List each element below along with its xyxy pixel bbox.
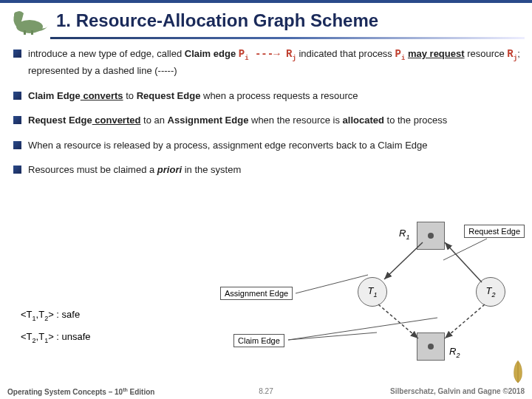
bullet-icon: [13, 141, 21, 149]
resource-r1-label: R1: [399, 228, 409, 241]
slide-content: introduce a new type of edge, called Cla…: [0, 39, 532, 177]
slide-title: 1. Resource-Allocation Graph Scheme: [56, 10, 378, 31]
bullet-text: introduce a new type of edge, called Cla…: [28, 47, 522, 78]
claim-edge-label: Claim Edge: [233, 334, 284, 347]
bullet-5: Resources must be claimed a priori in th…: [13, 163, 522, 177]
bullet-1: introduce a new type of edge, called Cla…: [13, 47, 522, 78]
svg-line-9: [445, 242, 482, 282]
svg-line-11: [445, 304, 485, 338]
bullet-2: Claim Edge converts to Request Edge when…: [13, 89, 522, 103]
footer-slide-number: 8.27: [259, 387, 273, 395]
sequence-safe: <T1,T2> : safe: [21, 309, 80, 322]
footer-right: Silberschatz, Galvin and Gagne ©2018: [390, 387, 525, 396]
sequence-unsafe: <T2,T1> : unsafe: [21, 331, 91, 344]
resource-allocation-diagram: R1 R2 T1 T2: [343, 222, 528, 362]
bullet-text: Request Edge converted to an Assignment …: [28, 113, 522, 128]
footer-left: Operating System Concepts – 10th Edition: [7, 387, 154, 396]
svg-rect-2: [24, 30, 26, 35]
svg-line-10: [378, 304, 418, 338]
bullet-icon: [13, 50, 21, 58]
slide-footer: Operating System Concepts – 10th Edition…: [0, 387, 532, 396]
svg-point-1: [14, 12, 20, 18]
bullet-text: Claim Edge converts to Request Edge when…: [28, 89, 522, 103]
bullet-icon: [13, 166, 21, 174]
bullet-3: Request Edge converted to an Assignment …: [13, 113, 522, 128]
assignment-edge-label: Assignment Edge: [220, 287, 293, 300]
bullet-4: When a resource is released by a process…: [13, 138, 522, 153]
process-t1: T1: [358, 277, 387, 307]
bullet-text: When a resource is released by a process…: [28, 138, 522, 153]
bullet-icon: [13, 92, 21, 100]
bullet-icon: [13, 116, 21, 124]
bullet-text: Resources must be claimed a priori in th…: [28, 163, 522, 177]
svg-rect-3: [31, 30, 33, 35]
slide-header: 1. Resource-Allocation Graph Scheme: [0, 0, 532, 35]
resource-r1: [417, 222, 445, 250]
resource-r2: [417, 332, 445, 361]
dinosaur-icon: [6, 6, 50, 35]
feather-icon: [508, 359, 528, 384]
process-t2: T2: [476, 277, 505, 307]
resource-r2-label: R2: [449, 346, 460, 359]
